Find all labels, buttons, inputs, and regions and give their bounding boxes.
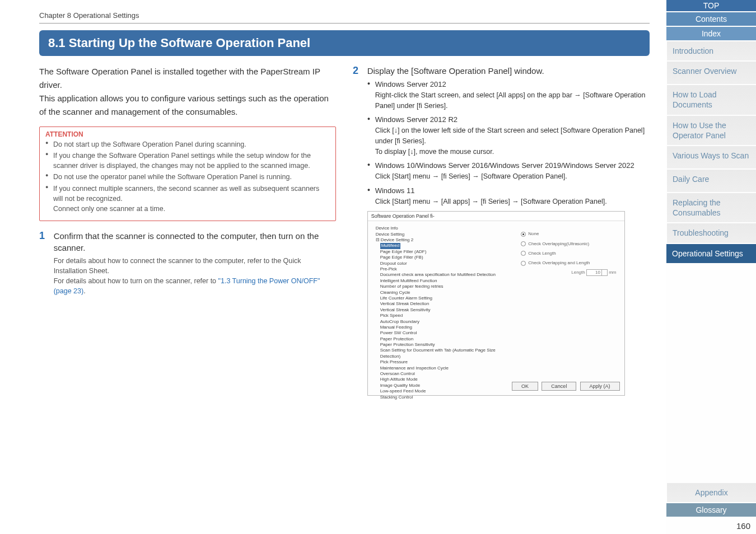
apply-button: Apply (A)	[580, 382, 620, 391]
nav-how-to-use-operator-panel[interactable]: How to Use the Operator Panel	[666, 116, 756, 145]
os-instruction: Windows 11 Click [Start] menu → [All app…	[367, 185, 648, 207]
nav-troubleshooting[interactable]: Troubleshooting	[666, 223, 756, 242]
nav-introduction[interactable]: Introduction	[666, 41, 756, 60]
nav-replacing-consumables[interactable]: Replacing the Consumables	[666, 193, 756, 222]
tree-selected-multifeed: Multifeed	[380, 243, 400, 249]
section-title: 8.1 Starting Up the Software Operation P…	[48, 36, 310, 50]
ok-button: OK	[512, 382, 538, 391]
attention-item: Do not start up the Software Operation P…	[45, 139, 330, 149]
os-instruction: Windows Server 2012 R2 Click [↓] on the …	[367, 114, 648, 157]
step-2: 2 Display the [Software Operation Panel]…	[353, 65, 650, 396]
software-operation-panel-screenshot: Software Operation Panel fi- Device Info…	[367, 211, 625, 396]
intro-text: The Software Operation Panel is installe…	[39, 65, 336, 119]
radio-overlap-ultrasonic: Check Overlapping(Ultrasonic)	[521, 241, 619, 246]
step-number: 1	[39, 230, 52, 242]
step-1-sub2: For details about how to turn on the sca…	[54, 276, 335, 296]
chapter-header: Chapter 8 Operational Settings	[39, 11, 650, 24]
length-input: 10	[586, 269, 602, 276]
screenshot-right-pane: None Check Overlapping(Ultrasonic) Check…	[516, 221, 624, 380]
section-title-bar: 8.1 Starting Up the Software Operation P…	[39, 30, 650, 56]
spinner-icon	[602, 269, 608, 276]
attention-item: If you change the Software Operation Pan…	[45, 151, 330, 171]
nav-various-ways-to-scan[interactable]: Various Ways to Scan	[666, 146, 756, 168]
step-number: 2	[353, 65, 365, 77]
radio-check-length: Check Length	[521, 251, 619, 256]
screenshot-titlebar: Software Operation Panel fi-	[368, 212, 624, 221]
nav-contents[interactable]: Contents	[666, 12, 756, 26]
nav-glossary[interactable]: Glossary	[666, 503, 756, 517]
radio-overlap-and-length: Check Overlapping and Length	[521, 260, 619, 265]
nav-operational-settings-selected[interactable]: Operational Settings	[666, 244, 756, 263]
step-1-sub1: For details about how to connect the sca…	[54, 256, 335, 276]
attention-item: If you connect multiple scanners, the se…	[45, 184, 330, 214]
page-number: 160	[666, 518, 756, 534]
step-1: 1 Confirm that the scanner is connected …	[39, 230, 336, 297]
nav-sidebar: TOP Contents Index Introduction Scanner …	[666, 0, 756, 534]
attention-label: ATTENTION	[40, 127, 335, 139]
step-1-title: Confirm that the scanner is connected to…	[54, 230, 335, 254]
nav-index[interactable]: Index	[666, 27, 756, 40]
radio-none: None	[521, 231, 619, 236]
attention-box: ATTENTION Do not start up the Software O…	[39, 127, 336, 221]
os-instruction: Windows 10/Windows Server 2016/Windows S…	[367, 160, 648, 182]
step-2-title: Display the [Software Operation Panel] w…	[367, 65, 648, 77]
os-instruction: Windows Server 2012 Right-click the Star…	[367, 79, 648, 111]
cancel-button: Cancel	[542, 382, 576, 391]
nav-daily-care[interactable]: Daily Care	[666, 170, 756, 192]
nav-top[interactable]: TOP	[666, 0, 756, 11]
attention-item: Do not use the operator panel while the …	[45, 172, 330, 182]
screenshot-tree: Device Info Device Setting ⊟ Device Sett…	[368, 221, 517, 380]
nav-appendix[interactable]: Appendix	[666, 483, 756, 502]
nav-scanner-overview[interactable]: Scanner Overview	[666, 62, 756, 84]
nav-how-to-load-documents[interactable]: How to Load Documents	[666, 85, 756, 114]
